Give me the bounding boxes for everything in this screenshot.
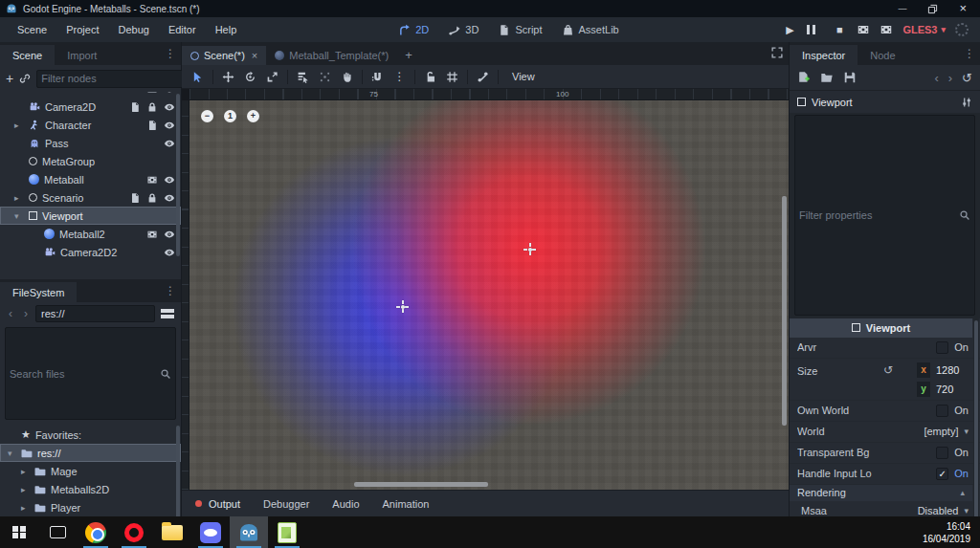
renderer-dropdown[interactable]: GLES3▾ (902, 24, 946, 35)
visibility-toggle-icon[interactable] (164, 192, 175, 204)
update-spinner-icon[interactable] (955, 23, 969, 36)
expander-icon[interactable]: ▸ (21, 485, 31, 494)
instance-scene-button[interactable] (19, 73, 31, 84)
fs-forward-button[interactable]: › (20, 307, 32, 320)
menu-help[interactable]: Help (206, 20, 247, 39)
tree-row-metaball2[interactable]: Metaball2 (0, 225, 181, 243)
visibility-toggle-icon[interactable] (164, 101, 175, 113)
taskbar-explorer-icon[interactable] (153, 516, 191, 548)
workspace-script-button[interactable]: Script (489, 20, 550, 40)
tree-row-character[interactable]: ▸ Character (0, 116, 181, 134)
checkbox[interactable] (936, 405, 948, 417)
minimize-button[interactable]: — (898, 4, 906, 13)
menu-debug[interactable]: Debug (108, 20, 158, 39)
revert-button[interactable]: ↺ (883, 363, 893, 377)
visibility-toggle-icon[interactable] (164, 138, 175, 149)
snap-options-menu[interactable]: ⋮ (389, 67, 411, 87)
select-tool-button[interactable] (187, 67, 209, 87)
metaball-gizmo-red[interactable] (523, 243, 536, 255)
history-forward-button[interactable]: › (948, 71, 952, 85)
zoom-reset-button[interactable]: 1 (224, 110, 236, 122)
start-button[interactable] (0, 516, 38, 548)
taskbar-discord-icon[interactable] (191, 516, 230, 548)
rotate-tool-button[interactable] (239, 67, 261, 87)
tab-import[interactable]: Import (55, 45, 109, 65)
close-tab-icon[interactable]: × (252, 50, 257, 61)
play-scene-button[interactable] (857, 23, 870, 36)
2d-viewport-canvas[interactable]: − 1 + (189, 100, 789, 490)
tab-scene[interactable]: Scene (0, 45, 55, 65)
bottom-tab-audio[interactable]: Audio (332, 498, 359, 510)
bottom-tab-output[interactable]: Output (195, 498, 240, 510)
distraction-free-icon[interactable] (771, 47, 783, 58)
history-back-button[interactable]: ‹ (934, 71, 938, 85)
close-button[interactable]: × (959, 4, 967, 13)
size-x-field[interactable]: 1280 (936, 364, 969, 376)
script-badge-icon[interactable] (129, 101, 141, 113)
dock-menu-icon[interactable]: ⋮ (165, 47, 176, 60)
dock-menu-icon[interactable]: ⋮ (165, 284, 176, 297)
task-view-button[interactable] (38, 516, 77, 548)
film-badge-icon[interactable] (146, 174, 158, 186)
unlock-object-button[interactable] (419, 67, 441, 87)
group-selection-button[interactable] (441, 67, 463, 87)
tab-filesystem[interactable]: FileSystem (0, 282, 77, 302)
load-resource-button[interactable] (820, 71, 834, 84)
checkbox[interactable] (936, 341, 948, 354)
workspace-2d-button[interactable]: 2D (390, 20, 437, 40)
expander-icon[interactable]: ▸ (14, 193, 24, 203)
zoom-out-button[interactable]: − (201, 110, 213, 122)
taskbar-clock[interactable]: 16:04 16/04/2019 (913, 516, 980, 548)
expander-icon[interactable]: ▸ (21, 467, 31, 476)
list-select-button[interactable] (292, 67, 314, 87)
canvas-vscrollbar[interactable] (782, 196, 787, 426)
fs-tree-scrollbar[interactable] (176, 426, 180, 516)
visibility-toggle-icon[interactable] (164, 229, 175, 240)
tree-row-viewport[interactable]: ▾ Viewport (0, 207, 181, 225)
workspace-assetlib-button[interactable]: AssetLib (553, 20, 628, 40)
fs-row-res[interactable]: ▾ res:// (0, 444, 181, 462)
size-y-field[interactable]: 720 (936, 384, 969, 395)
search-files-input[interactable] (10, 368, 156, 380)
msaa-dropdown[interactable]: Disabled▾ (918, 505, 969, 516)
menu-editor[interactable]: Editor (159, 20, 206, 39)
canvas-hscrollbar[interactable] (354, 482, 488, 487)
menu-project[interactable]: Project (56, 20, 108, 39)
filter-nodes-input[interactable] (41, 73, 177, 84)
scene-tree-scrollbar[interactable] (176, 94, 180, 256)
script-badge-icon[interactable] (129, 192, 141, 204)
scale-tool-button[interactable] (261, 67, 283, 87)
fs-row-metaballs2d[interactable]: ▸ Metaballs2D (0, 480, 181, 498)
play-custom-scene-button[interactable] (880, 23, 893, 36)
inspector-scrollbar[interactable] (973, 318, 979, 517)
taskbar-opera-icon[interactable] (115, 516, 153, 548)
stop-button[interactable]: ■ (832, 24, 847, 35)
taskbar-godot-icon[interactable] (230, 516, 268, 548)
bottom-tab-debugger[interactable]: Debugger (263, 498, 309, 510)
fs-row-favorites[interactable]: ★ Favorites: (0, 426, 181, 444)
fs-path-input[interactable] (41, 308, 149, 319)
dock-menu-icon[interactable]: ⋮ (964, 47, 975, 60)
section-rendering[interactable]: Rendering ▴ (790, 485, 972, 501)
fs-split-mode-icon[interactable] (159, 309, 176, 318)
move-tool-button[interactable] (217, 67, 239, 87)
expander-icon[interactable]: ▸ (14, 121, 24, 130)
taskbar-chrome-icon[interactable] (77, 516, 115, 548)
tree-row-pass[interactable]: Pass (0, 134, 181, 152)
tab-inspector[interactable]: Inspector (790, 45, 858, 65)
zoom-in-button[interactable]: + (247, 110, 259, 122)
visibility-toggle-icon[interactable] (164, 247, 175, 258)
add-node-button[interactable]: + (6, 71, 13, 86)
visibility-toggle-icon[interactable] (164, 174, 175, 186)
history-menu-icon[interactable]: ↺ (962, 71, 972, 85)
filter-properties-input[interactable] (799, 209, 955, 221)
expander-icon[interactable]: ▾ (14, 211, 24, 221)
metaball-gizmo-blue[interactable] (396, 300, 409, 313)
visibility-toggle-icon[interactable] (164, 120, 175, 131)
pan-tool-button[interactable] (336, 67, 358, 87)
script-badge-icon[interactable] (146, 120, 158, 131)
taskbar-notepadpp-icon[interactable] (268, 516, 306, 548)
visibility-toggle-icon[interactable] (164, 92, 175, 95)
tab-node[interactable]: Node (858, 45, 907, 65)
expander-icon[interactable]: ▾ (8, 449, 17, 458)
